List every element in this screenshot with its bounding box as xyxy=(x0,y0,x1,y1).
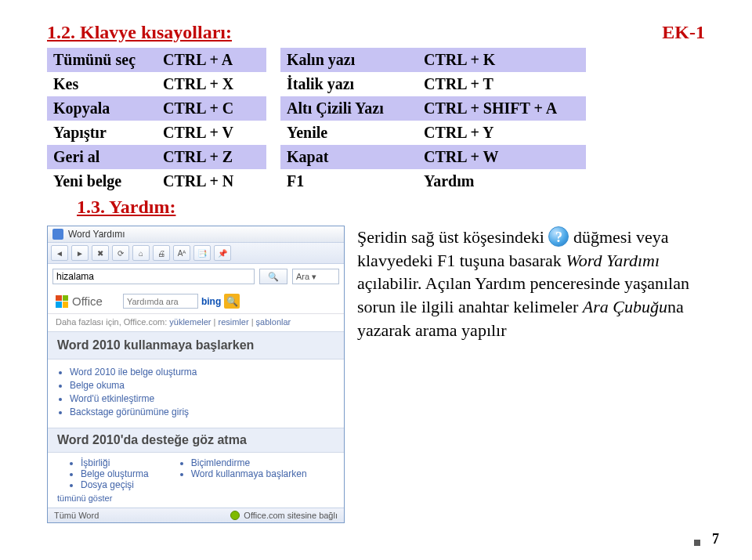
pin-button[interactable]: 📌 xyxy=(214,245,231,261)
print-button[interactable]: 🖨 xyxy=(153,245,170,261)
cell: CTRL + Z xyxy=(157,145,266,169)
shortcuts-table-1: Tümünü seçCTRL + A KesCTRL + X KopyalaCT… xyxy=(47,48,266,193)
cell: İtalik yazı xyxy=(280,72,418,96)
help-link[interactable]: Word 2010 ile belge oluşturma xyxy=(70,367,338,378)
cell: Yapıştır xyxy=(47,121,157,145)
help-link[interactable]: Word kullanmaya başlarken xyxy=(191,468,307,479)
help-search-input[interactable] xyxy=(52,269,255,284)
help-section-2-title: Word 2010'da desteğe göz atma xyxy=(48,428,344,453)
font-button[interactable]: Aᴬ xyxy=(173,245,190,261)
status-left-text: Tümü Word xyxy=(54,511,99,520)
book-icon xyxy=(52,229,63,240)
cell: CTRL + Y xyxy=(418,121,586,145)
explanation-paragraph: Şeridin sağ üst köşesindeki ? düğmesi ve… xyxy=(357,226,694,341)
cell: CTRL + X xyxy=(157,72,266,96)
link-templates[interactable]: şablonlar xyxy=(256,317,291,327)
cell: CTRL + N xyxy=(157,169,266,193)
status-right-text: Office.com sitesine bağlı xyxy=(244,511,338,520)
cell: Geri al xyxy=(47,145,157,169)
office-brand-text: Office xyxy=(72,294,103,308)
cell: Yenile xyxy=(280,121,418,145)
help-window-title-text: Word Yardımı xyxy=(68,229,125,240)
page-bullet-icon xyxy=(694,540,700,546)
link-downloads[interactable]: yüklemeler xyxy=(169,317,211,327)
cell: CTRL + SHIFT + A xyxy=(418,96,586,121)
bing-search-input[interactable] xyxy=(123,294,198,309)
help-section-2-col2: Biçimlendirme Word kullanmaya başlarken xyxy=(180,457,307,490)
home-button[interactable]: ⌂ xyxy=(132,245,150,261)
help-link[interactable]: Belge okuma xyxy=(70,380,338,391)
help-search-dropdown[interactable]: Ara ▾ xyxy=(292,269,339,284)
cell: Kopyala xyxy=(47,96,157,121)
shortcuts-table-2: Kalın yazıCTRL + K İtalik yazıCTRL + T A… xyxy=(280,48,586,193)
refresh-button[interactable]: ⟳ xyxy=(112,245,129,261)
help-toolbar: ◄ ► ✖ ⟳ ⌂ 🖨 Aᴬ 📑 📌 xyxy=(48,243,344,264)
cell: Kes xyxy=(47,72,157,96)
help-link[interactable]: Belge oluşturma xyxy=(81,468,149,479)
help-link[interactable]: Dosya geçişi xyxy=(81,479,149,490)
link-images[interactable]: resimler xyxy=(218,317,248,327)
forward-button[interactable]: ► xyxy=(71,245,89,261)
bing-search-button[interactable]: 🔍 xyxy=(224,294,240,309)
help-link[interactable]: İşbirliği xyxy=(81,457,149,468)
show-all-link[interactable]: tümünü göster xyxy=(48,492,344,508)
cell: CTRL + W xyxy=(418,145,586,169)
cell: Tümünü seç xyxy=(47,48,157,72)
cell: Yeni belge xyxy=(47,169,157,193)
cell: Yardım xyxy=(418,169,586,193)
help-search-go-button[interactable]: 🔍 xyxy=(259,269,287,284)
cell: CTRL + V xyxy=(157,121,266,145)
subsection-title: 1.3. Yardım: xyxy=(77,197,705,218)
help-statusbar: Tümü Word Office.com sitesine bağlı xyxy=(48,508,344,522)
toc-button[interactable]: 📑 xyxy=(193,245,211,261)
help-link[interactable]: Word'ü etkinleştirme xyxy=(70,393,338,404)
cell: Kalın yazı xyxy=(280,48,418,72)
help-section-2-col1: İşbirliği Belge oluşturma Dosya geçişi xyxy=(70,457,149,490)
back-button[interactable]: ◄ xyxy=(51,245,68,261)
cell: Kapat xyxy=(280,145,418,169)
help-link[interactable]: Biçimlendirme xyxy=(191,457,307,468)
connection-status-icon xyxy=(230,511,240,520)
section-title: 1.2. Klavye kısayolları: xyxy=(47,22,232,43)
help-section-1-title: Word 2010 kullanmaya başlarken xyxy=(48,331,344,359)
help-section-1-list: Word 2010 ile belge oluşturma Belge okum… xyxy=(48,359,344,428)
cell: CTRL + C xyxy=(157,96,266,121)
office-logo-icon xyxy=(56,295,68,308)
page-number: 7 xyxy=(712,531,719,547)
cell: Altı Çizili Yazı xyxy=(280,96,418,121)
help-icon: ? xyxy=(548,226,569,247)
cell: CTRL + A xyxy=(157,48,266,72)
cell: CTRL + K xyxy=(418,48,586,72)
bing-brand-text: bing xyxy=(201,296,221,307)
cell: CTRL + T xyxy=(418,72,586,96)
stop-button[interactable]: ✖ xyxy=(92,245,109,261)
ek-label: EK-1 xyxy=(662,22,705,43)
more-links-row: Daha fazlası için, Office.com: yüklemele… xyxy=(48,314,344,331)
word-help-window: Word Yardımı ◄ ► ✖ ⟳ ⌂ 🖨 Aᴬ 📑 📌 🔍 Ara ▾ … xyxy=(47,226,345,523)
help-window-titlebar: Word Yardımı xyxy=(48,226,344,243)
help-link[interactable]: Backstage görünümüne giriş xyxy=(70,406,338,417)
cell: F1 xyxy=(280,169,418,193)
